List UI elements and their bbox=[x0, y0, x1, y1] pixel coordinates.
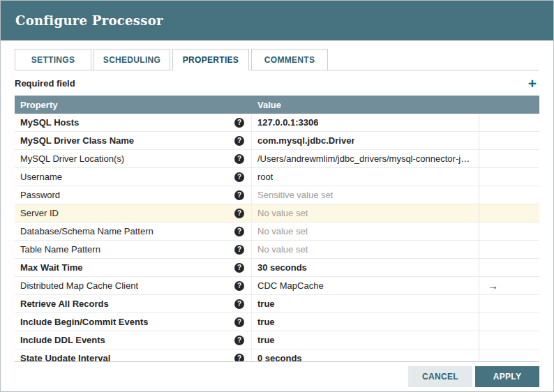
property-value[interactable]: true bbox=[252, 295, 479, 312]
table-row[interactable]: Password? Sensitive value set bbox=[15, 186, 539, 204]
property-name: Include DDL Events bbox=[20, 335, 105, 345]
cancel-button[interactable]: CANCEL bbox=[408, 366, 472, 387]
table-row[interactable]: Table Name Pattern? No value set bbox=[15, 241, 539, 259]
help-icon[interactable]: ? bbox=[234, 317, 244, 327]
dialog-body: SETTINGS SCHEDULING PROPERTIES COMMENTS … bbox=[1, 40, 553, 362]
property-value[interactable]: /Users/andrewmlim/jdbc_drivers/mysql-con… bbox=[252, 150, 479, 167]
property-name: Server ID bbox=[20, 208, 59, 218]
go-to-service-icon[interactable]: → bbox=[488, 280, 498, 292]
property-value[interactable]: No value set bbox=[252, 223, 479, 240]
column-header-value: Value bbox=[252, 100, 479, 110]
table-row[interactable]: State Update Interval? 0 seconds bbox=[15, 349, 539, 362]
help-icon[interactable]: ? bbox=[234, 354, 244, 363]
help-icon[interactable]: ? bbox=[234, 227, 244, 236]
help-icon[interactable]: ? bbox=[234, 118, 244, 128]
property-value[interactable]: com.mysql.jdbc.Driver bbox=[252, 132, 479, 149]
help-icon[interactable]: ? bbox=[234, 299, 244, 309]
help-icon[interactable]: ? bbox=[234, 263, 244, 273]
property-value[interactable]: 127.0.0.1:3306 bbox=[252, 114, 479, 131]
property-name: Username bbox=[20, 172, 62, 182]
help-icon[interactable]: ? bbox=[234, 245, 244, 255]
property-value[interactable]: true bbox=[252, 313, 479, 331]
property-name: Database/Schema Name Pattern bbox=[20, 226, 154, 236]
properties-table: Property Value MySQL Hosts? 127.0.0.1:33… bbox=[15, 96, 539, 362]
property-value[interactable]: 0 seconds bbox=[252, 349, 479, 362]
table-row[interactable]: Max Wait Time? 30 seconds bbox=[15, 259, 539, 277]
dialog-header: Configure Processor bbox=[1, 1, 553, 40]
property-value[interactable]: No value set bbox=[252, 204, 479, 222]
property-name: MySQL Hosts bbox=[20, 117, 79, 128]
apply-button[interactable]: APPLY bbox=[475, 366, 539, 387]
table-row[interactable]: Retrieve All Records? true bbox=[15, 295, 539, 313]
table-header: Property Value bbox=[15, 96, 539, 114]
table-row[interactable]: Include DDL Events? true bbox=[15, 331, 539, 349]
dialog-title: Configure Processor bbox=[15, 13, 163, 28]
property-value[interactable]: Sensitive value set bbox=[252, 186, 479, 204]
table-row[interactable]: Database/Schema Name Pattern? No value s… bbox=[15, 223, 539, 241]
table-row[interactable]: Server ID? No value set bbox=[15, 204, 539, 223]
tab-scheduling[interactable]: SCHEDULING bbox=[93, 49, 170, 70]
required-field-label: Required field bbox=[15, 78, 75, 89]
property-value[interactable]: No value set bbox=[252, 241, 479, 258]
property-name: Max Wait Time bbox=[20, 262, 83, 273]
table-row[interactable]: MySQL Hosts? 127.0.0.1:3306 bbox=[15, 114, 539, 132]
property-value[interactable]: true bbox=[252, 331, 479, 349]
property-name: Password bbox=[20, 190, 60, 200]
table-row[interactable]: Username? root bbox=[15, 168, 539, 186]
help-icon[interactable]: ? bbox=[234, 209, 244, 218]
dialog-footer: CANCEL APPLY bbox=[1, 362, 553, 391]
configure-processor-dialog: Configure Processor SETTINGS SCHEDULING … bbox=[0, 0, 554, 392]
property-value[interactable]: root bbox=[252, 168, 479, 186]
help-icon[interactable]: ? bbox=[234, 190, 244, 200]
property-name: Table Name Pattern bbox=[20, 244, 100, 255]
tab-bar: SETTINGS SCHEDULING PROPERTIES COMMENTS bbox=[15, 49, 539, 70]
tab-properties[interactable]: PROPERTIES bbox=[172, 49, 249, 70]
help-icon[interactable]: ? bbox=[234, 136, 244, 146]
property-name: State Update Interval bbox=[20, 353, 110, 362]
table-row[interactable]: MySQL Driver Class Name? com.mysql.jdbc.… bbox=[15, 132, 539, 150]
property-name: MySQL Driver Location(s) bbox=[20, 153, 124, 164]
help-icon[interactable]: ? bbox=[234, 172, 244, 182]
property-value[interactable]: 30 seconds bbox=[252, 259, 479, 276]
tab-settings[interactable]: SETTINGS bbox=[15, 49, 91, 70]
properties-toolbar: Required field + bbox=[15, 70, 539, 96]
property-name: Retrieve All Records bbox=[20, 299, 109, 309]
property-value[interactable]: CDC MapCache bbox=[252, 277, 479, 294]
add-property-button[interactable]: + bbox=[525, 76, 539, 91]
tab-comments[interactable]: COMMENTS bbox=[251, 49, 328, 70]
property-name: Include Begin/Commit Events bbox=[20, 317, 148, 327]
property-name: Distributed Map Cache Client bbox=[20, 280, 138, 291]
help-icon[interactable]: ? bbox=[234, 336, 244, 345]
column-header-property: Property bbox=[15, 100, 252, 110]
table-row[interactable]: MySQL Driver Location(s)? /Users/andrewm… bbox=[15, 150, 539, 168]
help-icon[interactable]: ? bbox=[234, 154, 244, 164]
help-icon[interactable]: ? bbox=[234, 281, 244, 291]
table-row[interactable]: Distributed Map Cache Client? CDC MapCac… bbox=[15, 277, 539, 295]
property-name: MySQL Driver Class Name bbox=[20, 135, 134, 146]
table-row[interactable]: Include Begin/Commit Events? true bbox=[15, 313, 539, 331]
